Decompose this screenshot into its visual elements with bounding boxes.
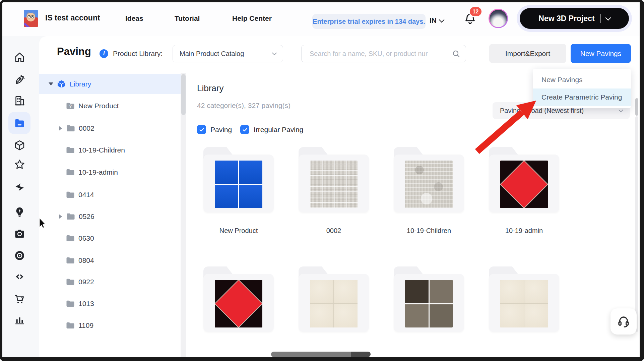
library-summary: 42 categorie(s), 327 paving(s) — [197, 102, 291, 110]
tree-item-label: 10-19-admin — [78, 168, 118, 176]
page-title: Paving — [57, 46, 91, 58]
checkbox-irregular-paving[interactable] — [240, 125, 249, 134]
rail-home-icon[interactable] — [8, 46, 30, 68]
horizontal-scrollbar-thumb[interactable] — [271, 352, 371, 357]
new-3d-project-button[interactable]: New 3D Project — [520, 8, 629, 29]
product-library-label: Product Library: — [113, 50, 163, 58]
rail-camera-icon[interactable] — [8, 223, 30, 245]
tree-item-0414[interactable]: 0414 — [39, 185, 181, 204]
caret-right-icon[interactable] — [58, 214, 63, 219]
folder-icon — [66, 125, 75, 132]
tree-item-1109[interactable]: 1109 — [39, 315, 181, 335]
brand-logo[interactable] — [23, 10, 38, 27]
tree-item-0002[interactable]: 0002 — [39, 118, 181, 138]
app-window: IS test account IdeasTutorialHelp Center… — [0, 0, 644, 361]
category-thumbnail-stone-pale — [405, 161, 453, 208]
vertical-scrollbar-thumb[interactable] — [635, 116, 638, 332]
tree-item-0526[interactable]: 0526 — [39, 206, 181, 226]
folder-icon — [66, 191, 75, 198]
tree-item-0922[interactable]: 0922 — [39, 272, 181, 292]
category-thumbnail-stone-light — [310, 161, 358, 208]
new-pavings-button[interactable]: New Pavings — [571, 44, 631, 63]
rail-design-pen-icon[interactable] — [8, 69, 30, 91]
locale-selector[interactable]: IN — [430, 16, 444, 24]
rail-star-icon[interactable] — [8, 153, 30, 175]
tree-item-new-product[interactable]: ?New Product — [39, 96, 181, 116]
rail-folder-icon[interactable] — [8, 112, 30, 134]
caret-right-icon[interactable] — [58, 126, 63, 131]
tree-item-10-19-children[interactable]: 10-19-Children — [39, 140, 181, 160]
account-name: IS test account — [45, 13, 100, 22]
folder-icon — [66, 278, 75, 286]
support-button[interactable] — [610, 308, 637, 335]
rail-flash-icon[interactable] — [8, 176, 30, 198]
menu-item-new-pavings[interactable]: New Pavings — [533, 71, 631, 88]
folder-icon — [66, 169, 75, 176]
folder-icon — [66, 146, 75, 154]
chevron-down-icon — [272, 50, 277, 55]
vertical-scrollbar-thumb-top[interactable] — [635, 98, 638, 116]
tree-item-label: 1013 — [78, 300, 94, 308]
folder-icon — [66, 300, 75, 307]
search-box — [301, 45, 466, 62]
cube-blue-icon — [57, 80, 66, 88]
product-library-select[interactable]: Main Product Catalog — [173, 45, 283, 62]
tree-item-library[interactable]: Library — [39, 74, 181, 94]
nav-item-tutorial[interactable]: Tutorial — [175, 14, 200, 22]
category-thumbnail-windows-blue — [215, 161, 262, 208]
tree-item-0630[interactable]: 0630 — [39, 228, 181, 248]
category-thumbnail-diamond-red-black — [215, 280, 262, 327]
rail-idea-bulb-icon[interactable] — [8, 201, 30, 223]
svg-text:?: ? — [69, 104, 72, 109]
category-thumbnail-diamond-red-black — [500, 161, 548, 208]
info-icon[interactable]: i — [100, 49, 108, 58]
tree-item-label: New Product — [78, 102, 119, 110]
rail-analytics-icon[interactable] — [8, 308, 30, 330]
caret-down-icon[interactable] — [49, 82, 53, 85]
nav-item-help-center[interactable]: Help Center — [232, 14, 272, 22]
button-divider — [600, 14, 601, 23]
category-card-label: 0002 — [299, 227, 369, 235]
folder-question-icon: ? — [66, 102, 75, 110]
folder-icon — [66, 235, 75, 242]
notification-count-badge: 12 — [469, 6, 482, 17]
rail-cart-icon[interactable] — [8, 288, 30, 310]
filter-label: Irregular Paving — [254, 126, 303, 134]
search-icon[interactable] — [452, 49, 460, 58]
rail-code-icon[interactable] — [8, 265, 30, 288]
import-export-button[interactable]: Import&Export — [489, 44, 566, 63]
new-pavings-dropdown-menu: New PavingsCreate Parametric Paving — [533, 69, 631, 108]
tree-item-1013[interactable]: 1013 — [39, 294, 181, 313]
folder-icon — [66, 213, 75, 220]
rail-render-disc-icon[interactable] — [8, 244, 30, 266]
tree-scrollbar-track[interactable] — [181, 73, 186, 357]
tree-item-label: 0526 — [79, 213, 94, 221]
checkbox-paving[interactable] — [197, 125, 206, 134]
nav-item-ideas[interactable]: Ideas — [125, 14, 143, 22]
filter-paving[interactable]: Paving — [197, 125, 232, 134]
folder-icon — [66, 322, 75, 329]
product-library-value: Main Product Catalog — [180, 50, 244, 58]
tree-item-label: 10-19-Children — [78, 146, 125, 154]
headset-icon — [617, 315, 630, 328]
tree-item-label: 0630 — [78, 234, 94, 242]
tree-item-label: 0002 — [79, 124, 94, 132]
category-card-label: New Product — [203, 227, 274, 235]
tree-item-0804[interactable]: 0804 — [39, 250, 181, 270]
tree-item-10-19-admin[interactable]: 10-19-admin — [39, 162, 181, 182]
tree-scrollbar-thumb[interactable] — [181, 74, 186, 115]
tree-item-label: 0804 — [78, 256, 94, 264]
menu-item-create-parametric-paving[interactable]: Create Parametric Paving — [533, 88, 631, 106]
search-input[interactable] — [309, 50, 452, 58]
tree-item-label: Library — [70, 80, 91, 88]
filter-label: Paving — [210, 126, 232, 134]
category-thumbnail-tile-brown — [405, 280, 453, 327]
category-thumbnail-tile-cream — [310, 280, 358, 327]
rail-building-icon[interactable] — [8, 89, 30, 112]
locale-label: IN — [430, 16, 437, 24]
user-avatar[interactable] — [489, 9, 508, 28]
trial-badge: Enterprise trial expires in 134 days. — [312, 14, 426, 29]
tree-item-label: 0922 — [78, 278, 94, 286]
chevron-down-icon[interactable] — [605, 15, 611, 20]
filter-irregular-paving[interactable]: Irregular Paving — [240, 125, 303, 134]
